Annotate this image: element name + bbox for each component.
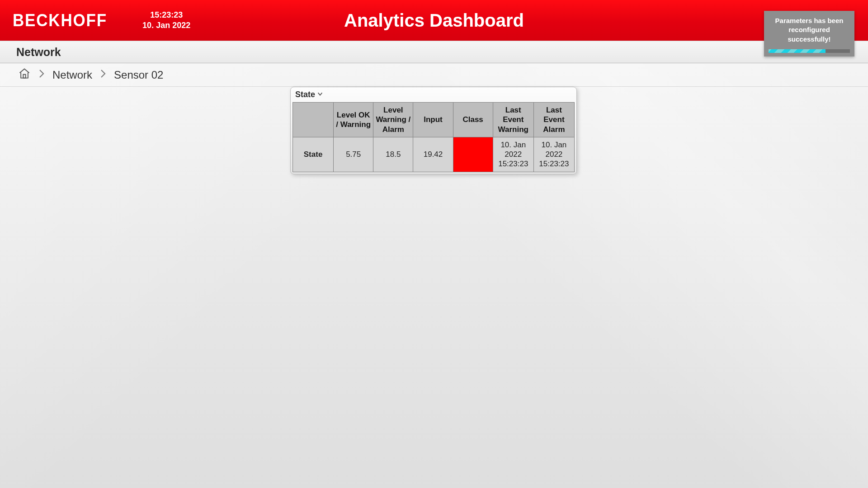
col-input: Input (413, 103, 453, 137)
panel-title: State (295, 90, 315, 99)
header-date: 10. Jan 2022 (142, 20, 190, 31)
last-evt-alarm-date: 10. Jan 2022 (536, 140, 572, 160)
state-panel: State Level OK / Warning Level Warning /… (290, 87, 577, 174)
toast-progress-bar (769, 49, 826, 53)
chevron-right-icon (99, 68, 107, 82)
panel-header[interactable]: State (292, 88, 575, 102)
brand-logo: BECKHOFF (13, 11, 107, 30)
cell-level-ok-warning: 5.75 (334, 137, 373, 172)
cell-class (453, 137, 493, 172)
cell-input: 19.42 (413, 137, 453, 172)
col-class: Class (453, 103, 493, 137)
cell-last-event-alarm: 10. Jan 2022 15:23:23 (533, 137, 574, 172)
cell-last-event-warning: 10. Jan 2022 15:23:23 (493, 137, 533, 172)
row-label-cell: State (293, 137, 334, 172)
col-last-evt-warning: Last Event Warning (493, 103, 533, 137)
last-evt-alarm-time: 15:23:23 (536, 159, 572, 169)
toast-message: Parameters has been reconfigured success… (769, 16, 850, 44)
home-icon[interactable] (18, 67, 31, 83)
col-level-ok-warning: Level OK / Warning (334, 103, 373, 137)
breadcrumb-item-network[interactable]: Network (52, 69, 92, 81)
chevron-down-icon (315, 90, 323, 99)
svg-rect-4 (23, 74, 25, 78)
toast-progress-track (769, 49, 850, 53)
state-table: Level OK / Warning Level Warning / Alarm… (292, 102, 575, 172)
section-title-bar: Network (0, 41, 868, 63)
col-blank (293, 103, 334, 137)
cell-level-warn-alarm: 18.5 (373, 137, 413, 172)
section-title: Network (16, 46, 61, 59)
last-evt-warning-time: 15:23:23 (495, 159, 532, 169)
chevron-right-icon (38, 68, 45, 82)
header-datetime: 15:23:23 10. Jan 2022 (142, 10, 190, 31)
col-last-evt-alarm: Last Event Alarm (533, 103, 574, 137)
page-title: Analytics Dashboard (0, 10, 868, 31)
table-row: State 5.75 18.5 19.42 10. Jan 2022 15:23… (293, 137, 575, 172)
breadcrumb: Network Sensor 02 (0, 63, 868, 87)
header-time: 15:23:23 (142, 10, 190, 20)
table-header-row: Level OK / Warning Level Warning / Alarm… (293, 103, 575, 137)
col-level-warn-alarm: Level Warning / Alarm (373, 103, 413, 137)
toast-notification[interactable]: Parameters has been reconfigured success… (764, 11, 854, 56)
row-label: State (304, 150, 323, 159)
breadcrumb-item-sensor[interactable]: Sensor 02 (114, 69, 163, 81)
last-evt-warning-date: 10. Jan 2022 (495, 140, 532, 160)
app-header: BECKHOFF 15:23:23 10. Jan 2022 Analytics… (0, 0, 868, 41)
